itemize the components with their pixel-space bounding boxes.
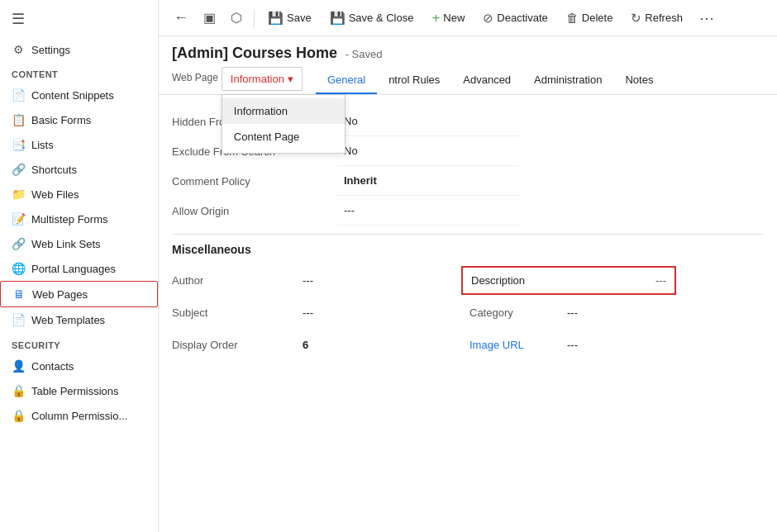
- deactivate-button[interactable]: ⊘ Deactivate: [474, 7, 555, 30]
- sidebar-item-table-permissions[interactable]: 🔒 Table Permissions: [0, 378, 158, 403]
- basic-forms-label: Basic Forms: [31, 114, 91, 126]
- lists-icon: 📑: [12, 138, 25, 151]
- content-section-label: Content: [0, 61, 158, 83]
- dropdown-option-information[interactable]: Information: [222, 98, 345, 124]
- column-permissions-label: Column Permissio...: [31, 410, 127, 422]
- exclude-from-search-value: No: [337, 136, 519, 166]
- content-snippets-label: Content Snippets: [31, 89, 114, 102]
- settings-icon: ⚙: [12, 43, 25, 56]
- hidden-from-sitemap-value: No: [337, 107, 519, 136]
- open-button[interactable]: ⬡: [224, 5, 249, 31]
- image-url-label[interactable]: Image URL: [461, 330, 560, 359]
- miscellaneous-section: Miscellaneous Author --- Description ---…: [172, 243, 764, 359]
- subject-value: ---: [296, 298, 461, 327]
- new-icon: +: [431, 10, 440, 26]
- subject-label: Subject: [172, 298, 296, 327]
- category-value: ---: [560, 298, 584, 327]
- toolbar: ← ▣ ⬡ 💾 Save 💾 Save & Close + New ⊘ Deac…: [159, 0, 777, 36]
- misc-row-1: Author --- Description ---: [172, 266, 764, 295]
- table-permissions-icon: 🔒: [12, 384, 25, 397]
- back-icon: ←: [174, 9, 188, 26]
- open-icon: ⬡: [231, 11, 242, 25]
- settings-label: Settings: [31, 44, 70, 56]
- description-value: ---: [655, 274, 666, 287]
- tab-administration[interactable]: Administration: [522, 67, 613, 94]
- multistep-forms-label: Multistep Forms: [31, 213, 107, 226]
- dropdown-button[interactable]: Information ▾: [222, 67, 303, 91]
- sidebar-item-web-link-sets[interactable]: 🔗 Web Link Sets: [0, 231, 158, 256]
- portal-languages-label: Portal Languages: [31, 263, 116, 275]
- display-order-label: Display Order: [172, 330, 296, 359]
- back-button[interactable]: ←: [167, 5, 195, 31]
- sidebar-item-content-snippets[interactable]: 📄 Content Snippets: [0, 83, 158, 107]
- tab-control-rules[interactable]: ntrol Rules: [377, 67, 451, 94]
- view-icon: ▣: [203, 11, 216, 25]
- refresh-label: Refresh: [645, 12, 683, 24]
- sidebar-item-multistep-forms[interactable]: 📝 Multistep Forms: [0, 207, 158, 231]
- tab-advanced[interactable]: Advanced: [451, 67, 522, 94]
- shortcuts-icon: 🔗: [12, 163, 25, 176]
- web-files-icon: 📁: [12, 188, 25, 201]
- description-label: Description: [471, 274, 525, 287]
- sidebar-item-web-templates[interactable]: 📄 Web Templates: [0, 307, 158, 332]
- contacts-icon: 👤: [12, 359, 25, 373]
- web-page-label: Web Page: [172, 72, 218, 90]
- dropdown-selected-value: Information: [231, 73, 284, 85]
- view-button[interactable]: ▣: [197, 5, 222, 31]
- dropdown-menu: Information Content Page: [222, 94, 346, 154]
- hamburger-menu[interactable]: ☰: [0, 0, 158, 38]
- author-label: Author: [172, 266, 296, 295]
- sidebar: ☰ ⚙ Settings Content 📄 Content Snippets …: [0, 0, 159, 532]
- misc-row-2: Subject --- Category ---: [172, 298, 764, 327]
- web-link-sets-label: Web Link Sets: [31, 238, 101, 250]
- sidebar-item-web-files[interactable]: 📁 Web Files: [0, 182, 158, 207]
- tabs-row: Web Page Information ▾ Information Conte…: [159, 62, 777, 95]
- separator1: [254, 9, 255, 27]
- refresh-button[interactable]: ↻ Refresh: [622, 7, 691, 30]
- section-separator: [172, 234, 764, 235]
- description-field[interactable]: Description ---: [461, 266, 676, 295]
- more-button[interactable]: ⋯: [693, 5, 721, 31]
- misc-row-3: Display Order 6 Image URL ---: [172, 330, 764, 359]
- deactivate-icon: ⊘: [483, 11, 493, 26]
- save-close-label: Save & Close: [349, 12, 414, 24]
- portal-languages-icon: 🌐: [12, 262, 25, 275]
- deactivate-label: Deactivate: [497, 12, 547, 24]
- saved-status: - Saved: [346, 48, 383, 60]
- save-label: Save: [287, 12, 312, 24]
- dropdown-option-content-page[interactable]: Content Page: [222, 124, 345, 150]
- sidebar-item-lists[interactable]: 📑 Lists: [0, 132, 158, 157]
- more-icon: ⋯: [699, 10, 714, 26]
- save-close-icon: 💾: [330, 11, 346, 26]
- image-url-value: ---: [560, 330, 584, 359]
- new-button[interactable]: + New: [423, 6, 473, 31]
- page-title: [Admin] Courses Home: [172, 45, 337, 61]
- sidebar-item-contacts[interactable]: 👤 Contacts: [0, 354, 158, 378]
- save-close-button[interactable]: 💾 Save & Close: [322, 7, 422, 30]
- delete-button[interactable]: 🗑 Delete: [558, 7, 622, 29]
- sidebar-item-portal-languages[interactable]: 🌐 Portal Languages: [0, 256, 158, 281]
- multistep-forms-icon: 📝: [12, 212, 25, 226]
- lists-label: Lists: [31, 139, 54, 151]
- sidebar-item-column-permissions[interactable]: 🔒 Column Permissio...: [0, 403, 158, 428]
- delete-label: Delete: [582, 12, 613, 24]
- web-files-label: Web Files: [31, 188, 79, 201]
- chevron-down-icon: ▾: [288, 73, 293, 85]
- web-page-dropdown[interactable]: Information ▾ Information Content Page: [222, 67, 303, 94]
- content-area: Hidden From Sitemap * No Exclude From Se…: [159, 95, 777, 532]
- delete-icon: 🗑: [566, 11, 579, 25]
- web-pages-label: Web Pages: [32, 288, 88, 301]
- miscellaneous-title: Miscellaneous: [172, 243, 764, 256]
- web-templates-icon: 📄: [12, 313, 25, 326]
- shortcuts-label: Shortcuts: [31, 164, 77, 176]
- sidebar-settings[interactable]: ⚙ Settings: [0, 38, 158, 61]
- tab-notes[interactable]: Notes: [613, 67, 665, 94]
- category-label: Category: [461, 298, 560, 327]
- web-pages-icon: 🖥: [12, 287, 26, 301]
- save-button[interactable]: 💾 Save: [260, 7, 320, 30]
- sidebar-item-web-pages[interactable]: 🖥 Web Pages: [0, 281, 158, 307]
- tab-general[interactable]: General: [316, 67, 377, 94]
- sidebar-item-basic-forms[interactable]: 📋 Basic Forms: [0, 107, 158, 132]
- sidebar-item-shortcuts[interactable]: 🔗 Shortcuts: [0, 157, 158, 182]
- comment-policy-value: Inherit: [337, 166, 519, 196]
